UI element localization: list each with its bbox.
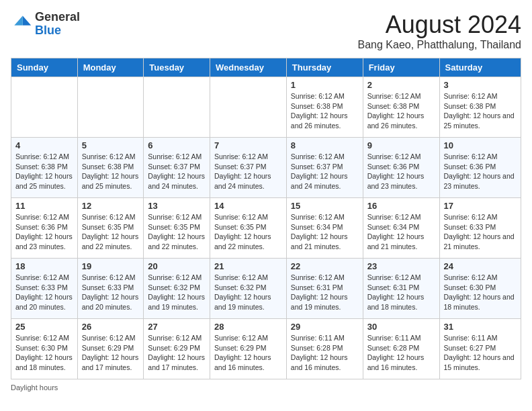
col-header-thursday: Thursday — [286, 58, 363, 77]
day-number: 24 — [444, 261, 517, 271]
day-number: 30 — [367, 322, 435, 332]
calendar-cell: 29Sunrise: 6:11 AM Sunset: 6:28 PM Dayli… — [286, 319, 363, 379]
day-info: Sunrise: 6:12 AM Sunset: 6:33 PM Dayligh… — [444, 212, 517, 252]
day-info: Sunrise: 6:12 AM Sunset: 6:32 PM Dayligh… — [214, 273, 282, 312]
calendar-week-2: 4Sunrise: 6:12 AM Sunset: 6:38 PM Daylig… — [11, 138, 521, 198]
logo-general-text: General — [35, 10, 80, 24]
day-info: Sunrise: 6:12 AM Sunset: 6:29 PM Dayligh… — [82, 333, 140, 373]
day-info: Sunrise: 6:12 AM Sunset: 6:38 PM Dayligh… — [367, 91, 435, 131]
col-header-saturday: Saturday — [439, 58, 521, 77]
day-number: 31 — [444, 322, 517, 332]
calendar-cell — [77, 77, 144, 138]
calendar-week-5: 25Sunrise: 6:12 AM Sunset: 6:30 PM Dayli… — [11, 319, 521, 379]
calendar-cell: 3Sunrise: 6:12 AM Sunset: 6:38 PM Daylig… — [439, 77, 521, 138]
col-header-sunday: Sunday — [11, 58, 78, 77]
calendar-cell: 17Sunrise: 6:12 AM Sunset: 6:33 PM Dayli… — [439, 198, 521, 259]
day-number: 12 — [82, 201, 140, 211]
footer-note: Daylight hours — [11, 383, 521, 392]
day-info: Sunrise: 6:11 AM Sunset: 6:28 PM Dayligh… — [291, 333, 359, 373]
day-info: Sunrise: 6:12 AM Sunset: 6:29 PM Dayligh… — [148, 333, 206, 373]
day-info: Sunrise: 6:12 AM Sunset: 6:38 PM Dayligh… — [15, 152, 73, 191]
day-number: 26 — [82, 322, 140, 332]
calendar-cell: 28Sunrise: 6:12 AM Sunset: 6:29 PM Dayli… — [210, 319, 286, 379]
day-info: Sunrise: 6:12 AM Sunset: 6:37 PM Dayligh… — [148, 152, 206, 191]
day-info: Sunrise: 6:12 AM Sunset: 6:37 PM Dayligh… — [291, 152, 359, 191]
generalblue-logo-icon — [11, 13, 32, 35]
calendar-cell: 1Sunrise: 6:12 AM Sunset: 6:38 PM Daylig… — [286, 77, 363, 138]
svg-marker-0 — [23, 15, 31, 25]
day-number: 20 — [148, 261, 206, 271]
day-number: 22 — [291, 261, 359, 271]
calendar-cell: 20Sunrise: 6:12 AM Sunset: 6:32 PM Dayli… — [144, 259, 210, 319]
calendar-cell: 24Sunrise: 6:12 AM Sunset: 6:30 PM Dayli… — [439, 259, 521, 319]
day-number: 19 — [82, 261, 140, 271]
calendar-cell — [144, 77, 210, 138]
day-number: 23 — [367, 261, 435, 271]
day-number: 14 — [214, 201, 282, 211]
day-info: Sunrise: 6:12 AM Sunset: 6:35 PM Dayligh… — [82, 212, 140, 252]
logo: General Blue — [11, 11, 80, 38]
day-number: 11 — [15, 201, 73, 211]
calendar-cell: 8Sunrise: 6:12 AM Sunset: 6:37 PM Daylig… — [286, 138, 363, 198]
calendar-cell: 26Sunrise: 6:12 AM Sunset: 6:29 PM Dayli… — [77, 319, 144, 379]
day-number: 6 — [148, 140, 206, 150]
day-info: Sunrise: 6:12 AM Sunset: 6:36 PM Dayligh… — [367, 152, 435, 191]
calendar-cell: 27Sunrise: 6:12 AM Sunset: 6:29 PM Dayli… — [144, 319, 210, 379]
calendar-cell: 10Sunrise: 6:12 AM Sunset: 6:36 PM Dayli… — [439, 138, 521, 198]
day-info: Sunrise: 6:11 AM Sunset: 6:27 PM Dayligh… — [444, 333, 517, 373]
day-number: 9 — [367, 140, 435, 150]
calendar-cell: 14Sunrise: 6:12 AM Sunset: 6:35 PM Dayli… — [210, 198, 286, 259]
calendar-week-1: 1Sunrise: 6:12 AM Sunset: 6:38 PM Daylig… — [11, 77, 521, 138]
month-year-title: August 2024 — [358, 11, 521, 39]
calendar-cell: 31Sunrise: 6:11 AM Sunset: 6:27 PM Dayli… — [439, 319, 521, 379]
day-number: 3 — [444, 80, 517, 90]
day-number: 28 — [214, 322, 282, 332]
day-number: 21 — [214, 261, 282, 271]
title-area: August 2024 Bang Kaeo, Phatthalung, Thai… — [358, 11, 521, 51]
day-info: Sunrise: 6:11 AM Sunset: 6:28 PM Dayligh… — [367, 333, 435, 373]
day-info: Sunrise: 6:12 AM Sunset: 6:37 PM Dayligh… — [214, 152, 282, 191]
col-header-friday: Friday — [363, 58, 439, 77]
day-info: Sunrise: 6:12 AM Sunset: 6:29 PM Dayligh… — [214, 333, 282, 373]
calendar-cell — [210, 77, 286, 138]
calendar-cell — [11, 77, 78, 138]
day-info: Sunrise: 6:12 AM Sunset: 6:38 PM Dayligh… — [444, 91, 517, 131]
day-info: Sunrise: 6:12 AM Sunset: 6:32 PM Dayligh… — [148, 273, 206, 312]
calendar-cell: 2Sunrise: 6:12 AM Sunset: 6:38 PM Daylig… — [363, 77, 439, 138]
day-number: 10 — [444, 140, 517, 150]
calendar-cell: 15Sunrise: 6:12 AM Sunset: 6:34 PM Dayli… — [286, 198, 363, 259]
day-number: 29 — [291, 322, 359, 332]
calendar-cell: 21Sunrise: 6:12 AM Sunset: 6:32 PM Dayli… — [210, 259, 286, 319]
day-info: Sunrise: 6:12 AM Sunset: 6:31 PM Dayligh… — [291, 273, 359, 312]
day-info: Sunrise: 6:12 AM Sunset: 6:31 PM Dayligh… — [367, 273, 435, 312]
col-header-wednesday: Wednesday — [210, 58, 286, 77]
calendar-cell: 25Sunrise: 6:12 AM Sunset: 6:30 PM Dayli… — [11, 319, 78, 379]
header-row: SundayMondayTuesdayWednesdayThursdayFrid… — [11, 58, 521, 77]
day-info: Sunrise: 6:12 AM Sunset: 6:36 PM Dayligh… — [15, 212, 73, 252]
calendar-cell: 30Sunrise: 6:11 AM Sunset: 6:28 PM Dayli… — [363, 319, 439, 379]
day-number: 2 — [367, 80, 435, 90]
day-info: Sunrise: 6:12 AM Sunset: 6:33 PM Dayligh… — [82, 273, 140, 312]
calendar-cell: 22Sunrise: 6:12 AM Sunset: 6:31 PM Dayli… — [286, 259, 363, 319]
calendar-cell: 9Sunrise: 6:12 AM Sunset: 6:36 PM Daylig… — [363, 138, 439, 198]
calendar-cell: 23Sunrise: 6:12 AM Sunset: 6:31 PM Dayli… — [363, 259, 439, 319]
day-number: 16 — [367, 201, 435, 211]
day-number: 1 — [291, 80, 359, 90]
day-info: Sunrise: 6:12 AM Sunset: 6:34 PM Dayligh… — [291, 212, 359, 252]
calendar-cell: 5Sunrise: 6:12 AM Sunset: 6:38 PM Daylig… — [77, 138, 144, 198]
day-info: Sunrise: 6:12 AM Sunset: 6:35 PM Dayligh… — [214, 212, 282, 252]
day-number: 7 — [214, 140, 282, 150]
calendar-week-4: 18Sunrise: 6:12 AM Sunset: 6:33 PM Dayli… — [11, 259, 521, 319]
daylight-label: Daylight hours — [11, 383, 58, 392]
col-header-tuesday: Tuesday — [144, 58, 210, 77]
svg-marker-1 — [14, 15, 22, 25]
day-number: 5 — [82, 140, 140, 150]
day-number: 13 — [148, 201, 206, 211]
day-info: Sunrise: 6:12 AM Sunset: 6:33 PM Dayligh… — [15, 273, 73, 312]
location-subtitle: Bang Kaeo, Phatthalung, Thailand — [358, 39, 521, 51]
day-number: 8 — [291, 140, 359, 150]
day-info: Sunrise: 6:12 AM Sunset: 6:36 PM Dayligh… — [444, 152, 517, 191]
day-info: Sunrise: 6:12 AM Sunset: 6:38 PM Dayligh… — [291, 91, 359, 131]
day-info: Sunrise: 6:12 AM Sunset: 6:30 PM Dayligh… — [444, 273, 517, 312]
logo-blue-text: Blue — [35, 24, 61, 37]
